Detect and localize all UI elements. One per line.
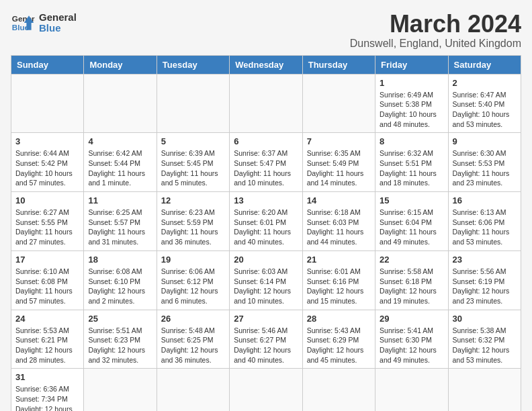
calendar-cell: 19Sunrise: 6:06 AM Sunset: 6:12 PM Dayli… [157, 250, 229, 310]
calendar-cell: 18Sunrise: 6:08 AM Sunset: 6:10 PM Dayli… [84, 250, 157, 310]
calendar-cell: 15Sunrise: 6:15 AM Sunset: 6:04 PM Dayli… [375, 192, 448, 251]
calendar-cell [302, 369, 375, 411]
header-wednesday: Wednesday [230, 55, 302, 74]
header-tuesday: Tuesday [157, 55, 229, 74]
calendar-cell: 26Sunrise: 5:48 AM Sunset: 6:25 PM Dayli… [157, 310, 229, 369]
day-info: Sunrise: 5:51 AM Sunset: 6:23 PM Dayligh… [88, 326, 152, 365]
day-info: Sunrise: 5:56 AM Sunset: 6:19 PM Dayligh… [453, 267, 517, 306]
calendar-cell: 9Sunrise: 6:30 AM Sunset: 5:53 PM Daylig… [448, 133, 521, 192]
calendar-header-row: Sunday Monday Tuesday Wednesday Thursday… [11, 55, 521, 74]
calendar-cell: 30Sunrise: 5:38 AM Sunset: 6:32 PM Dayli… [448, 310, 521, 369]
calendar-week-4: 17Sunrise: 6:10 AM Sunset: 6:08 PM Dayli… [11, 250, 521, 310]
calendar-cell: 29Sunrise: 5:41 AM Sunset: 6:30 PM Dayli… [375, 310, 448, 369]
day-number: 30 [453, 314, 517, 324]
day-number: 16 [453, 195, 517, 205]
day-info: Sunrise: 6:42 AM Sunset: 5:44 PM Dayligh… [88, 148, 152, 188]
day-info: Sunrise: 6:27 AM Sunset: 5:55 PM Dayligh… [15, 208, 79, 247]
day-number: 7 [307, 136, 371, 146]
header-thursday: Thursday [302, 55, 375, 74]
calendar-cell: 20Sunrise: 6:03 AM Sunset: 6:14 PM Dayli… [230, 250, 302, 310]
calendar-cell: 14Sunrise: 6:18 AM Sunset: 6:03 PM Dayli… [302, 192, 375, 251]
day-info: Sunrise: 6:35 AM Sunset: 5:49 PM Dayligh… [307, 148, 371, 188]
calendar-cell: 25Sunrise: 5:51 AM Sunset: 6:23 PM Dayli… [84, 310, 157, 369]
header-monday: Monday [84, 55, 157, 74]
calendar-week-6: 31Sunrise: 6:36 AM Sunset: 7:34 PM Dayli… [11, 369, 521, 411]
day-number: 4 [88, 136, 152, 146]
day-info: Sunrise: 6:47 AM Sunset: 5:40 PM Dayligh… [453, 90, 517, 130]
day-number: 19 [161, 255, 225, 265]
day-info: Sunrise: 6:06 AM Sunset: 6:12 PM Dayligh… [161, 267, 225, 306]
day-number: 31 [15, 372, 79, 382]
day-number: 15 [380, 195, 443, 205]
calendar-cell: 16Sunrise: 6:13 AM Sunset: 6:06 PM Dayli… [448, 192, 521, 251]
day-info: Sunrise: 6:13 AM Sunset: 6:06 PM Dayligh… [453, 208, 517, 247]
calendar-cell [448, 369, 521, 411]
calendar-cell: 3Sunrise: 6:44 AM Sunset: 5:42 PM Daylig… [11, 133, 84, 192]
location-title: Dunswell, England, United Kingdom [350, 38, 521, 50]
day-info: Sunrise: 6:49 AM Sunset: 5:38 PM Dayligh… [380, 90, 443, 130]
calendar-cell: 13Sunrise: 6:20 AM Sunset: 6:01 PM Dayli… [230, 192, 302, 251]
logo-icon: General Blue [11, 11, 35, 35]
calendar-cell [84, 74, 157, 133]
day-info: Sunrise: 5:48 AM Sunset: 6:25 PM Dayligh… [161, 326, 225, 365]
day-number: 2 [453, 78, 517, 88]
calendar-cell: 12Sunrise: 6:23 AM Sunset: 5:59 PM Dayli… [157, 192, 229, 251]
day-number: 12 [161, 195, 225, 205]
day-info: Sunrise: 5:41 AM Sunset: 6:30 PM Dayligh… [380, 326, 443, 365]
day-info: Sunrise: 5:53 AM Sunset: 6:21 PM Dayligh… [15, 326, 79, 365]
day-number: 14 [307, 195, 371, 205]
calendar-cell [230, 74, 302, 133]
logo-blue: Blue [39, 23, 77, 34]
day-number: 18 [88, 255, 152, 265]
calendar-cell: 27Sunrise: 5:46 AM Sunset: 6:27 PM Dayli… [230, 310, 302, 369]
title-section: March 2024 Dunswell, England, United Kin… [350, 11, 521, 50]
calendar-cell: 8Sunrise: 6:32 AM Sunset: 5:51 PM Daylig… [375, 133, 448, 192]
day-info: Sunrise: 5:43 AM Sunset: 6:29 PM Dayligh… [307, 326, 371, 365]
day-number: 23 [453, 255, 517, 265]
day-info: Sunrise: 6:30 AM Sunset: 5:53 PM Dayligh… [453, 148, 517, 188]
calendar-cell: 2Sunrise: 6:47 AM Sunset: 5:40 PM Daylig… [448, 74, 521, 133]
calendar-table: Sunday Monday Tuesday Wednesday Thursday… [11, 55, 521, 411]
day-number: 21 [307, 255, 371, 265]
day-number: 5 [161, 136, 225, 146]
calendar-cell [157, 369, 229, 411]
day-number: 3 [15, 136, 79, 146]
calendar-cell: 22Sunrise: 5:58 AM Sunset: 6:18 PM Dayli… [375, 250, 448, 310]
calendar-cell [157, 74, 229, 133]
calendar-cell [84, 369, 157, 411]
calendar-week-2: 3Sunrise: 6:44 AM Sunset: 5:42 PM Daylig… [11, 133, 521, 192]
day-info: Sunrise: 6:44 AM Sunset: 5:42 PM Dayligh… [15, 148, 79, 188]
day-info: Sunrise: 6:01 AM Sunset: 6:16 PM Dayligh… [307, 267, 371, 306]
day-info: Sunrise: 6:25 AM Sunset: 5:57 PM Dayligh… [88, 208, 152, 247]
calendar-cell: 10Sunrise: 6:27 AM Sunset: 5:55 PM Dayli… [11, 192, 84, 251]
calendar-cell: 31Sunrise: 6:36 AM Sunset: 7:34 PM Dayli… [11, 369, 84, 411]
calendar-cell: 11Sunrise: 6:25 AM Sunset: 5:57 PM Dayli… [84, 192, 157, 251]
day-number: 6 [234, 136, 298, 146]
calendar-week-1: 1Sunrise: 6:49 AM Sunset: 5:38 PM Daylig… [11, 74, 521, 133]
day-info: Sunrise: 6:32 AM Sunset: 5:51 PM Dayligh… [380, 148, 443, 188]
header-sunday: Sunday [11, 55, 84, 74]
day-info: Sunrise: 5:58 AM Sunset: 6:18 PM Dayligh… [380, 267, 443, 306]
calendar-week-3: 10Sunrise: 6:27 AM Sunset: 5:55 PM Dayli… [11, 192, 521, 251]
header-friday: Friday [375, 55, 448, 74]
day-number: 26 [161, 314, 225, 324]
calendar-cell [375, 369, 448, 411]
calendar-cell: 5Sunrise: 6:39 AM Sunset: 5:45 PM Daylig… [157, 133, 229, 192]
day-number: 28 [307, 314, 371, 324]
calendar-cell [230, 369, 302, 411]
calendar-cell: 1Sunrise: 6:49 AM Sunset: 5:38 PM Daylig… [375, 74, 448, 133]
calendar-week-5: 24Sunrise: 5:53 AM Sunset: 6:21 PM Dayli… [11, 310, 521, 369]
day-number: 25 [88, 314, 152, 324]
day-info: Sunrise: 6:15 AM Sunset: 6:04 PM Dayligh… [380, 208, 443, 247]
calendar-cell [11, 74, 84, 133]
calendar-cell: 4Sunrise: 6:42 AM Sunset: 5:44 PM Daylig… [84, 133, 157, 192]
day-number: 20 [234, 255, 298, 265]
calendar-cell: 7Sunrise: 6:35 AM Sunset: 5:49 PM Daylig… [302, 133, 375, 192]
calendar-cell: 6Sunrise: 6:37 AM Sunset: 5:47 PM Daylig… [230, 133, 302, 192]
day-info: Sunrise: 5:46 AM Sunset: 6:27 PM Dayligh… [234, 326, 298, 365]
calendar-cell [302, 74, 375, 133]
header-saturday: Saturday [448, 55, 521, 74]
page-header: General Blue General Blue March 2024 Dun… [11, 11, 521, 50]
logo: General Blue General Blue [11, 11, 77, 35]
day-info: Sunrise: 6:20 AM Sunset: 6:01 PM Dayligh… [234, 208, 298, 247]
